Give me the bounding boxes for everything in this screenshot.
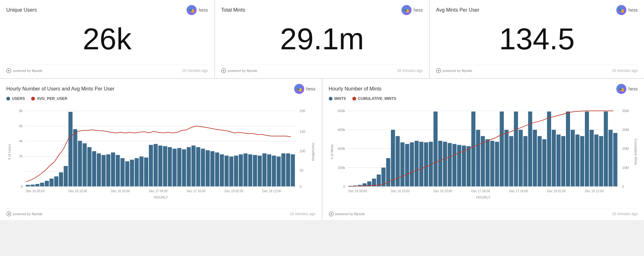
flipside-badge-2: powered by flipside bbox=[436, 68, 472, 73]
avatar-1: 🎭 bbox=[401, 5, 412, 15]
svg-rect-73 bbox=[272, 155, 276, 186]
svg-text:0: 0 bbox=[21, 185, 23, 188]
svg-text:0: 0 bbox=[300, 185, 301, 188]
svg-rect-158 bbox=[599, 136, 603, 186]
svg-rect-40 bbox=[116, 155, 120, 186]
svg-rect-62 bbox=[220, 154, 224, 186]
svg-rect-143 bbox=[528, 112, 532, 187]
svg-rect-142 bbox=[523, 136, 527, 186]
chart-mints-svg: 600k 400k 400k 200k 0 30M 20M 20M 10M 0 … bbox=[329, 105, 638, 205]
legend-item-cumulative: CUMULATIVE_MINTS bbox=[352, 96, 396, 101]
svg-text:Dec 16 20:00: Dec 16 20:00 bbox=[111, 189, 130, 193]
chart-user-badge-1: 🎭 hess bbox=[616, 84, 638, 94]
svg-rect-50 bbox=[163, 146, 167, 186]
metric-title-avg-mints: Avg Mints Per User bbox=[436, 7, 479, 13]
legend-label-avg: AVG_PER_USER bbox=[37, 96, 67, 101]
svg-rect-34 bbox=[87, 147, 92, 186]
svg-rect-42 bbox=[125, 161, 129, 186]
svg-rect-76 bbox=[286, 153, 290, 186]
flipside-icon-0 bbox=[6, 68, 11, 73]
flipside-label-chart-1: powered by flipside bbox=[335, 212, 365, 216]
flipside-label-chart-0: powered by flipside bbox=[13, 212, 42, 216]
svg-text:0: 0 bbox=[622, 185, 624, 188]
svg-rect-52 bbox=[172, 149, 176, 186]
svg-rect-155 bbox=[585, 112, 589, 187]
svg-rect-127 bbox=[452, 144, 456, 186]
svg-text:# of Mints: # of Mints bbox=[330, 144, 334, 159]
svg-text:200k: 200k bbox=[338, 166, 345, 170]
svg-rect-74 bbox=[277, 156, 281, 186]
svg-rect-60 bbox=[210, 151, 215, 186]
svg-text:50: 50 bbox=[300, 168, 303, 172]
flipside-badge-1: powered by flipside bbox=[221, 68, 257, 73]
svg-rect-27 bbox=[54, 177, 58, 187]
svg-text:HOURLY: HOURLY bbox=[476, 195, 490, 199]
svg-rect-57 bbox=[196, 147, 200, 186]
svg-rect-38 bbox=[106, 154, 110, 186]
svg-rect-41 bbox=[120, 158, 125, 186]
legend-item-users: USERS bbox=[6, 96, 25, 101]
username-2: hess bbox=[628, 8, 638, 13]
svg-rect-58 bbox=[201, 149, 205, 186]
svg-rect-47 bbox=[149, 145, 153, 186]
svg-rect-141 bbox=[518, 130, 523, 186]
chart-title-mints: Hourly Number of Mints bbox=[329, 86, 382, 92]
svg-text:20M: 20M bbox=[622, 147, 629, 150]
svg-text:Dec 16 10:00: Dec 16 10:00 bbox=[391, 189, 410, 193]
avatar-0: 🎭 bbox=[187, 5, 197, 15]
svg-text:100: 100 bbox=[300, 149, 305, 153]
svg-rect-53 bbox=[177, 148, 181, 186]
svg-rect-45 bbox=[139, 156, 143, 186]
svg-rect-30 bbox=[69, 112, 73, 187]
svg-rect-151 bbox=[566, 112, 570, 187]
svg-rect-32 bbox=[78, 141, 82, 186]
flipside-label-2: powered by flipside bbox=[443, 69, 472, 73]
svg-rect-61 bbox=[215, 152, 219, 186]
svg-rect-144 bbox=[533, 130, 537, 186]
svg-rect-138 bbox=[504, 130, 508, 186]
svg-text:Dec 16 00:00: Dec 16 00:00 bbox=[26, 189, 45, 193]
svg-rect-140 bbox=[514, 112, 518, 187]
metric-card-avg-mints: Avg Mints Per User 🎭 hess 134.5 powered … bbox=[430, 0, 644, 78]
chart-title-users: Hourly Number of Users and Avg Mints Per… bbox=[6, 86, 115, 92]
metric-value-avg-mints: 134.5 bbox=[436, 18, 638, 63]
svg-rect-72 bbox=[267, 154, 271, 186]
metric-value-unique-users: 26k bbox=[6, 18, 208, 63]
chart-legend-mints: MINTS CUMULATIVE_MINTS bbox=[329, 96, 638, 101]
svg-text:0: 0 bbox=[343, 185, 345, 188]
chart-user-badge-0: 🎭 hess bbox=[294, 84, 316, 94]
chart-users-container: 8k 6k 4k 2k 0 200 150 100 50 0 # of User… bbox=[6, 105, 316, 207]
flipside-label-1: powered by flipside bbox=[228, 69, 257, 73]
svg-rect-114 bbox=[391, 130, 395, 186]
svg-text:Dec 16 20:00: Dec 16 20:00 bbox=[433, 189, 452, 193]
svg-rect-36 bbox=[97, 153, 101, 186]
legend-item-mints: MINTS bbox=[329, 96, 346, 101]
svg-text:# of Users: # of Users bbox=[8, 144, 11, 160]
legend-dot-avg bbox=[31, 97, 35, 101]
svg-rect-130 bbox=[467, 146, 471, 186]
svg-text:Dec 18 02:00: Dec 18 02:00 bbox=[225, 189, 244, 193]
svg-rect-118 bbox=[410, 142, 414, 186]
svg-rect-125 bbox=[443, 142, 447, 186]
flipside-icon-1 bbox=[221, 68, 226, 73]
timestamp-2: 16 minutes ago bbox=[612, 68, 638, 73]
svg-rect-123 bbox=[433, 112, 437, 187]
flipside-icon-chart-0 bbox=[6, 211, 11, 216]
svg-rect-132 bbox=[476, 130, 480, 186]
svg-text:8k: 8k bbox=[19, 109, 23, 113]
svg-rect-156 bbox=[590, 130, 594, 186]
svg-rect-44 bbox=[135, 158, 139, 186]
svg-rect-147 bbox=[547, 112, 551, 187]
svg-text:Dec 18 12:00: Dec 18 12:00 bbox=[585, 189, 604, 193]
svg-rect-152 bbox=[570, 130, 574, 186]
svg-rect-134 bbox=[485, 139, 490, 186]
svg-rect-124 bbox=[438, 141, 442, 186]
svg-rect-161 bbox=[613, 133, 617, 186]
svg-text:2k: 2k bbox=[19, 154, 23, 158]
svg-rect-120 bbox=[419, 142, 423, 186]
svg-rect-55 bbox=[187, 147, 191, 186]
svg-rect-56 bbox=[191, 145, 195, 186]
svg-rect-26 bbox=[49, 179, 53, 187]
svg-text:400k: 400k bbox=[338, 147, 345, 150]
legend-dot-cumulative bbox=[352, 97, 356, 101]
